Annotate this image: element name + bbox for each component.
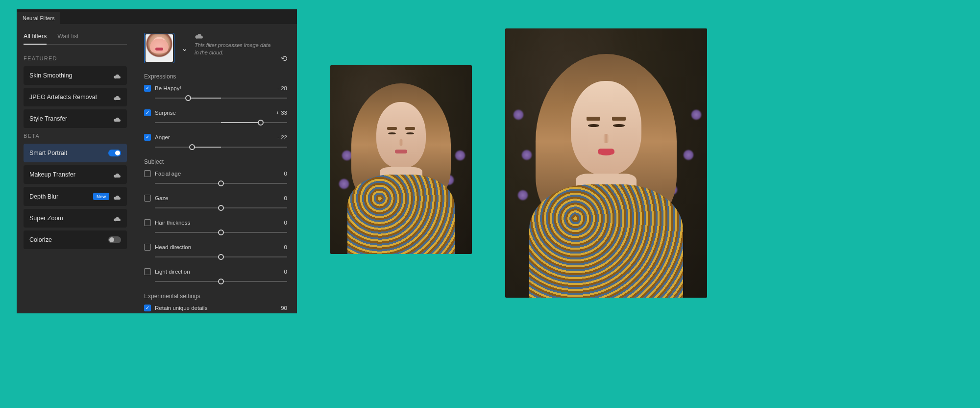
cloud-icon — [113, 73, 121, 78]
slider-retain: Retain unique details90 — [144, 305, 287, 313]
slider-track-hair[interactable] — [155, 229, 287, 236]
section-beta: BETA — [24, 133, 127, 139]
cloud-icon — [113, 215, 121, 221]
tab-all-filters[interactable]: All filters — [24, 33, 47, 45]
checkbox-anger[interactable] — [144, 134, 151, 141]
filter-super-zoom[interactable]: Super Zoom — [24, 209, 127, 228]
cloud-icon — [113, 172, 121, 178]
face-dropdown[interactable]: ⌄ — [179, 42, 190, 55]
checkbox-head[interactable] — [144, 244, 151, 251]
slider-label: Head direction — [155, 244, 191, 250]
group-expressions: Expressions — [144, 73, 287, 80]
filter-makeup-transfer[interactable]: Makeup Transfer — [24, 165, 127, 184]
group-subject: Subject — [144, 158, 287, 165]
slider-value: 0 — [284, 171, 287, 177]
filter-jpeg-artefacts[interactable]: JPEG Artefacts Removal — [24, 88, 127, 106]
filter-label: Smart Portrait — [29, 150, 67, 156]
checkbox-light[interactable] — [144, 268, 151, 275]
toggle-smart-portrait[interactable] — [108, 150, 121, 156]
checkbox-retain[interactable] — [144, 305, 151, 311]
filter-label: Colorize — [29, 236, 52, 243]
slider-value: 0 — [284, 269, 287, 275]
slider-track-age[interactable] — [155, 180, 287, 187]
slider-track-head[interactable] — [155, 254, 287, 260]
slider-surprise: Surprise+ 33 — [144, 109, 287, 126]
slider-label: Gaze — [155, 195, 169, 201]
preview-after — [505, 28, 707, 298]
slider-value: - 22 — [277, 134, 287, 140]
filter-label: JPEG Artefacts Removal — [29, 94, 97, 101]
slider-value: + 33 — [276, 110, 287, 116]
toggle-colorize[interactable] — [108, 236, 121, 243]
slider-label: Retain unique details — [155, 305, 207, 311]
slider-value: 90 — [281, 305, 287, 311]
slider-value: 0 — [284, 244, 287, 250]
filter-label: Makeup Transfer — [29, 171, 75, 178]
slider-gaze: Gaze0 — [144, 195, 287, 211]
settings-header: ⌄ This filter processes image data in th… — [144, 33, 287, 63]
cloud-icon — [195, 33, 203, 40]
slider-value: - 28 — [277, 85, 287, 91]
filter-style-transfer[interactable]: Style Transfer — [24, 109, 127, 128]
neural-filters-panel: Neural Filters All filters Wait list FEA… — [17, 9, 297, 313]
slider-track-anger[interactable] — [155, 144, 287, 151]
filter-label: Depth Blur — [29, 193, 58, 200]
slider-label: Be Happy! — [155, 85, 181, 91]
filter-smart-portrait[interactable]: Smart Portrait — [24, 144, 127, 162]
filter-label: Style Transfer — [29, 115, 67, 122]
slider-label: Anger — [155, 134, 170, 140]
preview-before — [330, 65, 472, 254]
checkbox-hair[interactable] — [144, 219, 151, 226]
filter-colorize[interactable]: Colorize — [24, 230, 127, 249]
slider-track-happy[interactable] — [155, 95, 287, 102]
cloud-note: This filter processes image data in the … — [195, 42, 273, 57]
filter-sidebar: All filters Wait list FEATURED Skin Smoo… — [17, 24, 134, 313]
cloud-icon — [113, 116, 121, 122]
cloud-info: This filter processes image data in the … — [195, 33, 276, 57]
panel-body: All filters Wait list FEATURED Skin Smoo… — [17, 24, 297, 313]
reset-icon[interactable]: ⟲ — [281, 54, 287, 63]
filter-label: Super Zoom — [29, 215, 63, 222]
checkbox-gaze[interactable] — [144, 195, 151, 202]
slider-head: Head direction0 — [144, 244, 287, 260]
cloud-icon — [113, 194, 121, 200]
tab-neural-filters[interactable]: Neural Filters — [17, 12, 60, 24]
checkbox-happy[interactable] — [144, 85, 151, 92]
sidebar-tabs: All filters Wait list — [24, 33, 127, 45]
slider-track-gaze[interactable] — [155, 204, 287, 211]
slider-value: 0 — [284, 195, 287, 201]
slider-label: Surprise — [155, 110, 176, 116]
filter-label: Skin Smoothing — [29, 72, 73, 79]
checkbox-surprise[interactable] — [144, 109, 151, 116]
face-thumbnail[interactable] — [144, 33, 174, 63]
slider-light: Light direction0 — [144, 268, 287, 285]
badge-new: New — [93, 193, 109, 200]
slider-happy: Be Happy!- 28 — [144, 85, 287, 102]
section-featured: FEATURED — [24, 55, 127, 61]
slider-age: Facial age0 — [144, 170, 287, 187]
slider-label: Facial age — [155, 171, 181, 177]
slider-anger: Anger- 22 — [144, 134, 287, 151]
slider-value: 0 — [284, 220, 287, 226]
tab-wait-list[interactable]: Wait list — [57, 33, 78, 44]
cloud-icon — [113, 94, 121, 100]
filter-depth-blur[interactable]: Depth Blur New — [24, 187, 127, 206]
slider-track-light[interactable] — [155, 278, 287, 285]
filter-settings: ⌄ This filter processes image data in th… — [134, 24, 297, 313]
slider-track-surprise[interactable] — [155, 119, 287, 126]
slider-hair: Hair thickness0 — [144, 219, 287, 236]
checkbox-age[interactable] — [144, 170, 151, 177]
filter-skin-smoothing[interactable]: Skin Smoothing — [24, 66, 127, 85]
slider-label: Hair thickness — [155, 220, 190, 226]
slider-label: Light direction — [155, 269, 190, 275]
group-experimental: Experimental settings — [144, 293, 287, 300]
panel-tab-bar: Neural Filters — [17, 9, 297, 24]
